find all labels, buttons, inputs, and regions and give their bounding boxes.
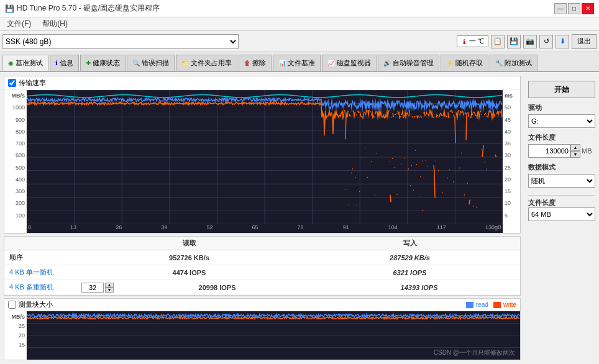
menu-bar: 文件(F) 帮助(H) (0, 17, 599, 31)
stats-header-read: 读取 (79, 237, 300, 250)
tab-fileusage-label: 文件夹占用率 (191, 58, 232, 68)
file-length-up[interactable]: ▲ (570, 144, 580, 151)
data-mode-select[interactable]: 随机 顺序 (528, 174, 595, 188)
tab-noise[interactable]: 🔊 自动噪音管理 (378, 55, 439, 71)
block-size-label: 测量块大小 (19, 300, 53, 309)
copy-icon[interactable]: 📋 (491, 35, 505, 48)
info-icon: ℹ (55, 60, 58, 66)
stats-row-4kb-single: 4 KB 单一随机 4474 IOPS 6321 IOPS (4, 265, 520, 280)
maximize-button[interactable]: □ (568, 3, 580, 14)
stats-header-write: 写入 (300, 237, 520, 250)
tab-info[interactable]: ℹ 信息 (50, 55, 79, 71)
stats-section: 读取 写入 顺序 952726 KB/s 287529 KB/s 4 KB 单一… (4, 236, 521, 296)
tab-noise-label: 自动噪音管理 (393, 58, 434, 68)
tab-error[interactable]: 🔍 错误扫描 (127, 55, 175, 71)
transfer-rate-checkbox[interactable] (8, 79, 16, 87)
refresh-icon[interactable]: ↺ (539, 35, 553, 48)
tab-filebench-label: 文件基准 (288, 58, 315, 68)
menu-file[interactable]: 文件(F) (5, 18, 33, 30)
bottom-chart-canvas: CSDN @一个月只能修改两次 (27, 311, 520, 360)
queue-up-button[interactable]: ▲ (105, 283, 114, 288)
toolbar: SSK (480 gB) 🌡 一 ℃ 📋 💾 📷 ↺ ⬇ 退出 (0, 31, 599, 52)
right-panel: 开始 驱动 G: 文件长度 ▲ ▼ MB 数据模式 随机 (524, 72, 599, 364)
stats-label-4kb-single: 4 KB 单一随机 (4, 268, 79, 277)
file-length-input-wrap: ▲ ▼ MB (528, 144, 595, 158)
tab-extra[interactable]: 🔧 附加测试 (490, 55, 537, 71)
chart-canvas-top: 0 13 26 39 52 65 78 91 104 117 130gB (27, 90, 503, 233)
tab-info-label: 信息 (60, 58, 73, 68)
data-mode-section: 数据模式 随机 顺序 (528, 163, 595, 188)
bottom-file-length-label: 文件长度 (528, 198, 595, 207)
tab-benchmark[interactable]: ◉ 基准测试 (2, 55, 48, 71)
queue-depth-input[interactable] (81, 283, 104, 293)
stats-read-sequential: 952726 KB/s (79, 254, 300, 262)
stats-header: 读取 写入 (4, 237, 520, 250)
y-axis-right-label: ms (505, 93, 513, 99)
tab-filebench[interactable]: 📊 文件基准 (273, 55, 321, 71)
stats-write-sequential: 287529 KB/s (300, 254, 520, 262)
legend-read-color (466, 302, 473, 308)
stats-label-sequential: 顺序 (4, 253, 79, 262)
toolbar-right: 🌡 一 ℃ 📋 💾 📷 ↺ ⬇ 退出 (457, 34, 597, 49)
diskmonitor-icon: 📈 (327, 60, 335, 66)
transfer-rate-chart-section: 传输速率 MB/s 1000 900 800 700 600 500 400 3… (4, 76, 521, 234)
block-size-chart-section: 测量块大小 read write MB/s 25 20 15 0 CSDN @一… (4, 298, 521, 360)
noise-icon: 🔊 (383, 60, 391, 66)
erase-icon: 🗑 (244, 60, 250, 66)
queue-down-button[interactable]: ▼ (105, 288, 114, 293)
tab-erase[interactable]: 🗑 擦除 (239, 55, 272, 71)
drive-label: 驱动 (528, 103, 595, 112)
health-icon: ✚ (86, 60, 91, 66)
tab-fileusage[interactable]: 📁 文件夹占用率 (176, 55, 237, 71)
transfer-rate-label: 传输速率 (19, 78, 46, 88)
minimize-button[interactable]: — (554, 3, 567, 14)
error-icon: 🔍 (132, 60, 140, 66)
save-icon[interactable]: 💾 (507, 35, 521, 48)
chart-header: 传输速率 (4, 76, 520, 90)
data-mode-label: 数据模式 (528, 163, 595, 172)
stats-row-sequential: 顺序 952726 KB/s 287529 KB/s (4, 250, 520, 265)
tab-random[interactable]: ⚡ 随机存取 (441, 55, 488, 71)
temperature-indicator: 🌡 一 ℃ (457, 35, 488, 47)
app-icon: 💾 (5, 4, 14, 13)
exit-button[interactable]: 退出 (572, 34, 597, 49)
temp-value: 一 ℃ (469, 37, 484, 46)
drive-select[interactable]: G: (528, 114, 595, 128)
drive-selector[interactable]: SSK (480 gB) (2, 34, 239, 49)
legend-read-label: read (476, 301, 488, 308)
file-length-label: 文件长度 (528, 133, 595, 142)
tab-health[interactable]: ✚ 健康状态 (80, 55, 126, 71)
tab-diskmonitor-label: 磁盘监视器 (337, 58, 371, 68)
folder-icon: 📁 (181, 60, 189, 66)
tab-extra-label: 附加测试 (505, 58, 532, 68)
bottom-file-length-select[interactable]: 64 MB 128 MB 256 MB (528, 207, 595, 221)
camera-icon[interactable]: 📷 (523, 35, 537, 48)
queue-depth-control: ▲ ▼ (81, 283, 114, 293)
random-icon: ⚡ (446, 60, 454, 66)
extra-icon: 🔧 (495, 60, 503, 66)
download-icon[interactable]: ⬇ (556, 35, 569, 48)
stats-write-4kb-multi: 14393 IOPS (318, 284, 520, 291)
benchmark-icon: ◉ (8, 60, 14, 66)
stats-row-4kb-multi: 4 KB 多重随机 ▲ ▼ 20998 IOPS 14393 IOPS (4, 280, 520, 295)
thermometer-icon: 🌡 (461, 38, 468, 45)
tab-diskmonitor[interactable]: 📈 磁盘监视器 (322, 55, 377, 71)
tab-bar: ◉ 基准测试 ℹ 信息 ✚ 健康状态 🔍 错误扫描 📁 文件夹占用率 🗑 擦除 … (0, 52, 599, 72)
file-length-input[interactable] (528, 144, 570, 158)
main-content: 传输速率 MB/s 1000 900 800 700 600 500 400 3… (0, 72, 599, 364)
bottom-file-length-section: 文件长度 64 MB 128 MB 256 MB (528, 195, 595, 221)
mb-unit-label: MB (582, 147, 592, 155)
tab-erase-label: 擦除 (252, 58, 266, 68)
bottom-chart-header: 测量块大小 read write (4, 299, 520, 311)
y-axis-label: MB/s (11, 93, 25, 99)
filebench-icon: 📊 (278, 60, 286, 66)
file-length-down[interactable]: ▼ (570, 151, 580, 158)
block-size-checkbox[interactable] (8, 301, 16, 309)
tab-benchmark-label: 基准测试 (16, 58, 43, 68)
menu-help[interactable]: 帮助(H) (40, 18, 70, 30)
close-button[interactable]: ✕ (582, 3, 594, 14)
start-button[interactable]: 开始 (528, 81, 595, 98)
top-chart-canvas (27, 90, 503, 224)
bottom-y-label: MB/s (11, 314, 25, 320)
stats-read-4kb-multi: 20998 IOPS (116, 284, 318, 291)
